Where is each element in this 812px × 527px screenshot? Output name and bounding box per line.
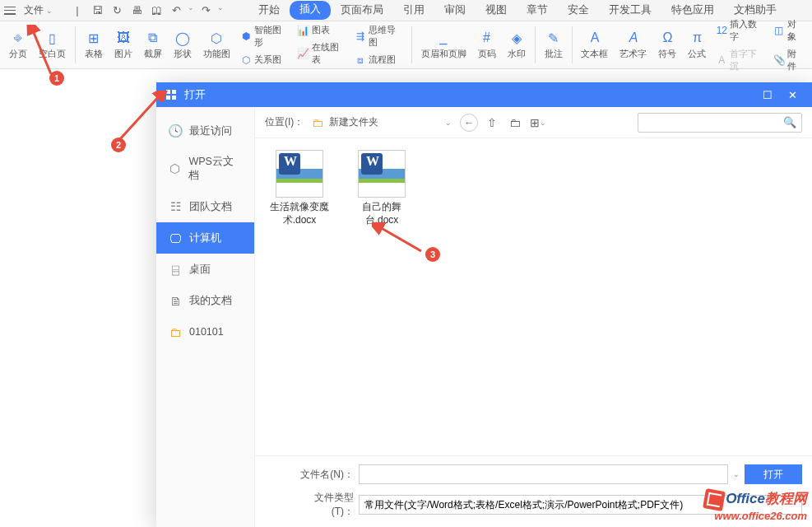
ribbon-col-object: ◫对象 📎附件 — [770, 16, 808, 74]
textbox-icon: A — [587, 30, 603, 46]
annotation-badge-1: 1 — [49, 71, 64, 86]
ribbon-page-number[interactable]: #页码 — [473, 28, 501, 62]
ribbon-online-chart[interactable]: 📈在线图表 — [295, 40, 350, 68]
smartart-icon: ⬡ — [208, 30, 225, 46]
ribbon-chart[interactable]: 📊图表 — [295, 22, 350, 38]
number-icon: 12 — [716, 25, 727, 36]
ribbon-relation[interactable]: ⬡关系图 — [237, 52, 293, 68]
ribbon-col-mind: ⇶思维导图 ⧈流程图 — [351, 22, 407, 68]
page-number-icon: # — [479, 30, 495, 46]
computer-icon: 🖵 — [168, 231, 183, 245]
folder-icon: 🗀 — [312, 116, 323, 129]
ribbon-smartart[interactable]: ⬡功能图 — [198, 28, 235, 62]
qat-sep-icon: | — [69, 3, 86, 18]
tab-security[interactable]: 安全 — [558, 1, 599, 20]
chevron-down-icon: ⌄ — [188, 3, 194, 18]
ribbon-insert-number[interactable]: 12插入数字 — [712, 16, 768, 44]
docx-icon — [358, 150, 406, 198]
topbar-left: 文件 ⌄ | 🖫 ↻ 🖶 🕮 ↶ ⌄ ↷ ⌄ — [4, 2, 224, 19]
up-folder-button[interactable]: ⇧ — [483, 114, 501, 132]
tab-start[interactable]: 开始 — [248, 1, 290, 20]
tab-chapter[interactable]: 章节 — [517, 1, 558, 20]
file-menu[interactable]: 文件 ⌄ — [19, 2, 58, 19]
folder-icon: 🗀 — [168, 324, 183, 339]
ribbon-attachment[interactable]: 📎附件 — [770, 46, 808, 74]
comment-icon: ✎ — [545, 30, 562, 46]
ribbon-dropcap[interactable]: A首字下沉 — [712, 46, 768, 74]
smartgraphic-icon: ⬢ — [240, 30, 252, 42]
sidebar-item-team[interactable]: ☷团队文档 — [156, 191, 254, 222]
new-folder-button[interactable]: 🗀 — [506, 114, 524, 132]
tab-review[interactable]: 审阅 — [434, 1, 476, 20]
wordart-icon: A — [625, 30, 642, 46]
sidebar-item-computer[interactable]: 🖵计算机 — [156, 222, 254, 254]
tab-layout[interactable]: 页面布局 — [331, 1, 393, 20]
ribbon-symbol[interactable]: Ω符号 — [653, 28, 681, 62]
file-item[interactable]: 自己的舞台.docx — [349, 150, 415, 226]
back-button[interactable]: ← — [460, 114, 478, 132]
location-dropdown[interactable]: 🗀 新建文件夹 ⌄ — [312, 115, 452, 129]
ribbon-table[interactable]: ⊞表格 — [80, 28, 108, 62]
ribbon-col-insert: 12插入数字 A首字下沉 — [712, 16, 768, 74]
ribbon-mindmap[interactable]: ⇶思维导图 — [351, 22, 407, 50]
equation-icon: π — [689, 30, 705, 46]
tab-dev[interactable]: 开发工具 — [599, 1, 661, 20]
dialog-main: 位置(I)： 🗀 新建文件夹 ⌄ ← ⇧ 🗀 ⊞⌄ 🔍 生活就像变魔 — [255, 107, 812, 527]
close-button[interactable]: ✕ — [781, 85, 804, 105]
ribbon-textbox[interactable]: A文本框 — [576, 28, 613, 62]
print-preview-icon[interactable]: 🕮 — [148, 3, 165, 18]
dialog-body: 🕓最近访问 ⬡WPS云文档 ☷团队文档 🖵计算机 ⌸桌面 🗎我的文档 🗀0101… — [156, 107, 812, 527]
relation-icon: ⬡ — [240, 54, 252, 66]
online-chart-icon: 📈 — [298, 48, 309, 59]
sidebar-item-mydocs[interactable]: 🗎我的文档 — [156, 285, 254, 316]
sidebar-item-cloud[interactable]: ⬡WPS云文档 — [156, 147, 254, 191]
open-button[interactable]: 打开 — [745, 464, 802, 484]
ribbon-equation[interactable]: π公式 — [683, 28, 711, 62]
chevron-down-icon: ⌄ — [445, 119, 452, 127]
hamburger-icon[interactable] — [4, 7, 16, 15]
search-icon[interactable]: 🔍 — [783, 116, 796, 128]
maximize-button[interactable]: ☐ — [756, 85, 779, 105]
print-icon[interactable]: 🖶 — [128, 3, 145, 18]
shapes-icon: ◯ — [174, 30, 191, 46]
ribbon-picture[interactable]: 🖼图片 — [109, 28, 137, 62]
ribbon-shapes[interactable]: ◯形状 — [169, 28, 197, 62]
mydocs-icon: 🗎 — [168, 293, 183, 308]
search-box: 🔍 — [638, 113, 802, 133]
sidebar-item-desktop[interactable]: ⌸桌面 — [156, 254, 254, 285]
location-value: 新建文件夹 — [329, 115, 378, 129]
header-footer-icon: ⎯ — [435, 30, 452, 46]
save-icon[interactable]: 🖫 — [89, 3, 105, 18]
file-item[interactable]: 生活就像变魔术.docx — [267, 150, 332, 226]
tab-view[interactable]: 视图 — [476, 1, 517, 20]
chevron-down-icon[interactable]: ⌄ — [733, 470, 740, 478]
chart-icon: 📊 — [298, 25, 309, 36]
ribbon-header-footer[interactable]: ⎯页眉和页脚 — [416, 28, 471, 62]
attachment-icon: 📎 — [773, 54, 785, 66]
ribbon-watermark[interactable]: ◈水印 — [503, 28, 531, 62]
screenshot-icon: ⧉ — [145, 30, 161, 46]
annotation-arrow-3 — [372, 222, 429, 255]
filename-label: 文件名(N)： — [296, 468, 354, 482]
view-button[interactable]: ⊞⌄ — [529, 114, 547, 132]
tab-reference[interactable]: 引用 — [393, 1, 434, 20]
dialog-toolbar: 位置(I)： 🗀 新建文件夹 ⌄ ← ⇧ 🗀 ⊞⌄ 🔍 — [255, 107, 812, 138]
ribbon-comment[interactable]: ✎批注 — [540, 28, 568, 62]
ribbon-flowchart[interactable]: ⧈流程图 — [351, 52, 407, 68]
sidebar-item-folder[interactable]: 🗀010101 — [156, 316, 254, 347]
symbol-icon: Ω — [659, 30, 675, 46]
picture-icon: 🖼 — [115, 30, 132, 46]
tab-insert[interactable]: 插入 — [290, 1, 331, 20]
object-icon: ◫ — [773, 25, 785, 36]
ribbon-smartgraphic[interactable]: ⬢智能图形 — [237, 22, 293, 50]
search-input[interactable] — [643, 117, 783, 128]
dialog-titlebar: 打开 ☐ ✕ — [156, 82, 812, 107]
ribbon-wordart[interactable]: A艺术字 — [615, 28, 652, 62]
separator — [75, 26, 76, 63]
filename-input[interactable] — [359, 464, 728, 484]
undo-icon[interactable]: ↶ — [168, 3, 184, 18]
refresh-icon[interactable]: ↻ — [109, 3, 125, 18]
redo-icon[interactable]: ↷ — [197, 3, 214, 18]
ribbon-object[interactable]: ◫对象 — [770, 16, 808, 44]
ribbon-screenshot[interactable]: ⧉截屏 — [139, 28, 167, 62]
